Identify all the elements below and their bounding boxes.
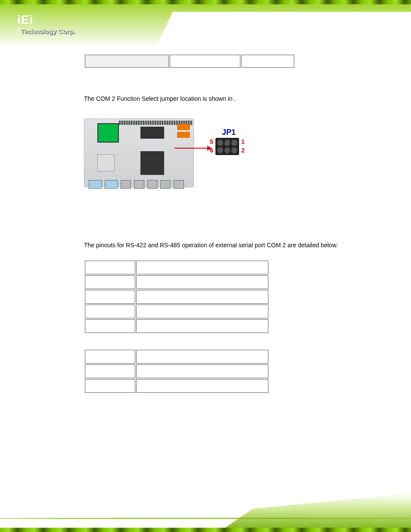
usb-port xyxy=(121,180,131,189)
vga-port xyxy=(89,180,102,189)
logo-text: iEi xyxy=(17,13,33,26)
footer-stripe xyxy=(0,528,411,532)
pin-cell xyxy=(85,364,135,378)
table-row xyxy=(85,275,268,289)
desc-cell xyxy=(136,350,268,364)
logo-registered: ® xyxy=(17,27,21,32)
jumper-pin xyxy=(217,140,223,146)
jumper-col-2 xyxy=(170,55,240,68)
table-row xyxy=(85,379,268,393)
table-row xyxy=(85,261,268,274)
jumper-settings-table xyxy=(84,54,295,68)
rs422-pinout-table xyxy=(84,260,269,334)
desc-cell xyxy=(136,379,268,393)
desc-cell xyxy=(136,261,268,274)
para-prefix: The COM 2 Function Select jumper locatio… xyxy=(84,95,234,102)
chipset-large xyxy=(140,151,164,175)
desc-cell xyxy=(136,275,268,289)
pinout-paragraph: The pinouts for RS-422 and RS-485 operat… xyxy=(84,239,377,251)
jumper-pin xyxy=(217,147,223,154)
jumper-col-3 xyxy=(241,55,294,68)
pin-label-5: 5 xyxy=(210,138,213,145)
callout-arrow-line xyxy=(174,148,209,149)
pin-cell xyxy=(85,261,135,274)
jumper-pin xyxy=(231,147,237,154)
sata-port-2 xyxy=(177,132,190,138)
table-row xyxy=(85,55,294,68)
pin-label-2: 2 xyxy=(241,147,245,154)
table-row xyxy=(85,290,268,304)
usb-port xyxy=(174,180,184,189)
jumper-label: JP1 xyxy=(222,128,236,137)
usb-port xyxy=(134,180,144,189)
board-body xyxy=(84,118,194,187)
green-chip xyxy=(97,123,119,143)
usb-port xyxy=(160,180,171,189)
jumper-pin xyxy=(224,147,230,154)
header-banner: iEi ®Technology Corp. xyxy=(0,0,411,47)
pin-label-6: 6 xyxy=(210,147,213,154)
para-suffix: . xyxy=(234,95,236,102)
pin-cell xyxy=(85,379,135,393)
pin-cell xyxy=(85,350,135,364)
desc-cell xyxy=(136,364,268,378)
header-stripe xyxy=(0,0,411,4)
desc-cell xyxy=(136,305,268,318)
logo-tagline: Technology Corp. xyxy=(21,28,75,35)
jumper-col-1 xyxy=(85,55,169,68)
jumper-location-paragraph: The COM 2 Function Select jumper locatio… xyxy=(84,94,377,103)
table-row xyxy=(85,364,268,378)
rear-io-ports xyxy=(89,180,192,190)
footer-banner xyxy=(0,489,411,532)
page-content: The COM 2 Function Select jumper locatio… xyxy=(84,54,377,394)
table-row xyxy=(85,319,268,333)
rs485-pinout-table xyxy=(84,349,269,394)
usb-port xyxy=(147,180,158,189)
desc-cell xyxy=(136,319,268,333)
jumper-block xyxy=(215,138,239,155)
sata-port-1 xyxy=(177,124,190,130)
desc-cell xyxy=(136,290,268,304)
table-row xyxy=(85,350,268,364)
pin-cell xyxy=(85,319,135,333)
jumper-pin xyxy=(231,140,237,146)
vga-port xyxy=(105,180,118,189)
motherboard-figure: JP1 5 6 1 2 xyxy=(84,114,252,192)
chipset-small xyxy=(140,127,164,139)
pin-label-1: 1 xyxy=(241,138,245,145)
table-row xyxy=(85,305,268,318)
footer-circuit-bg xyxy=(185,493,411,532)
pin-cell xyxy=(85,305,135,318)
jumper-pin xyxy=(224,140,230,146)
pin-cell xyxy=(85,275,135,289)
cpu-socket xyxy=(97,154,115,171)
brand-logo: iEi ®Technology Corp. xyxy=(17,13,75,35)
pin-cell xyxy=(85,290,135,304)
